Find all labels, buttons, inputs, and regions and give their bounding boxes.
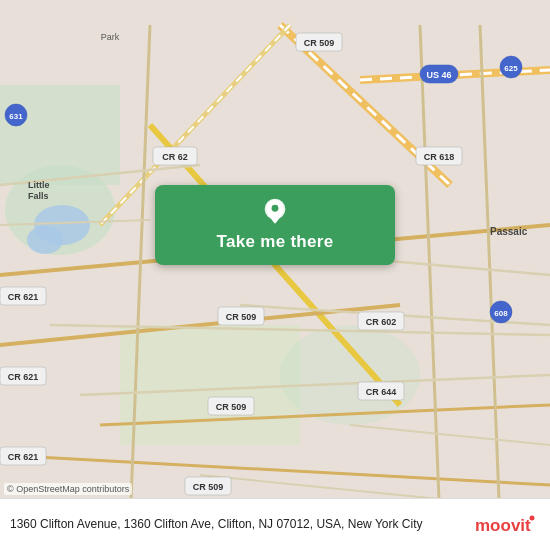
map-container: CR 509 US 46 625 631 CR 62 CR 618 Little…: [0, 0, 550, 550]
svg-text:Passaic: Passaic: [490, 226, 528, 237]
svg-text:608: 608: [494, 309, 508, 318]
svg-text:moovit: moovit: [475, 516, 531, 535]
svg-text:CR 509: CR 509: [226, 312, 257, 322]
moovit-logo: moovit: [475, 514, 540, 536]
location-pin-icon: [260, 198, 290, 228]
svg-text:CR 621: CR 621: [8, 292, 39, 302]
svg-point-69: [530, 515, 535, 520]
take-me-there-button[interactable]: Take me there: [155, 185, 395, 265]
svg-line-16: [0, 455, 550, 485]
svg-text:631: 631: [9, 112, 23, 121]
svg-text:Falls: Falls: [28, 191, 49, 201]
svg-text:CR 618: CR 618: [424, 152, 455, 162]
take-me-there-label: Take me there: [217, 232, 334, 252]
svg-line-27: [350, 425, 550, 445]
svg-text:CR 509: CR 509: [216, 402, 247, 412]
address-text: 1360 Clifton Avenue, 1360 Clifton Ave, C…: [10, 517, 465, 533]
address-section: 1360 Clifton Avenue, 1360 Clifton Ave, C…: [10, 517, 465, 533]
svg-text:CR 621: CR 621: [8, 372, 39, 382]
svg-text:CR 509: CR 509: [304, 38, 335, 48]
svg-text:US 46: US 46: [426, 70, 451, 80]
svg-point-5: [27, 226, 63, 254]
svg-point-3: [280, 325, 420, 425]
svg-text:625: 625: [504, 64, 518, 73]
moovit-logo-svg: moovit: [475, 514, 540, 536]
svg-text:CR 621: CR 621: [8, 452, 39, 462]
svg-point-67: [272, 205, 279, 212]
svg-text:CR 62: CR 62: [162, 152, 188, 162]
svg-text:CR 602: CR 602: [366, 317, 397, 327]
svg-rect-2: [120, 325, 300, 445]
svg-text:Little: Little: [28, 180, 50, 190]
map-roads: CR 509 US 46 625 631 CR 62 CR 618 Little…: [0, 0, 550, 550]
bottom-bar: 1360 Clifton Avenue, 1360 Clifton Ave, C…: [0, 498, 550, 550]
svg-line-18: [480, 25, 500, 525]
svg-line-17: [420, 25, 440, 525]
svg-text:CR 509: CR 509: [193, 482, 224, 492]
osm-copyright: © OpenStreetMap contributors: [4, 483, 132, 495]
svg-text:Park: Park: [101, 32, 120, 42]
svg-line-19: [130, 25, 150, 525]
svg-text:CR 644: CR 644: [366, 387, 397, 397]
